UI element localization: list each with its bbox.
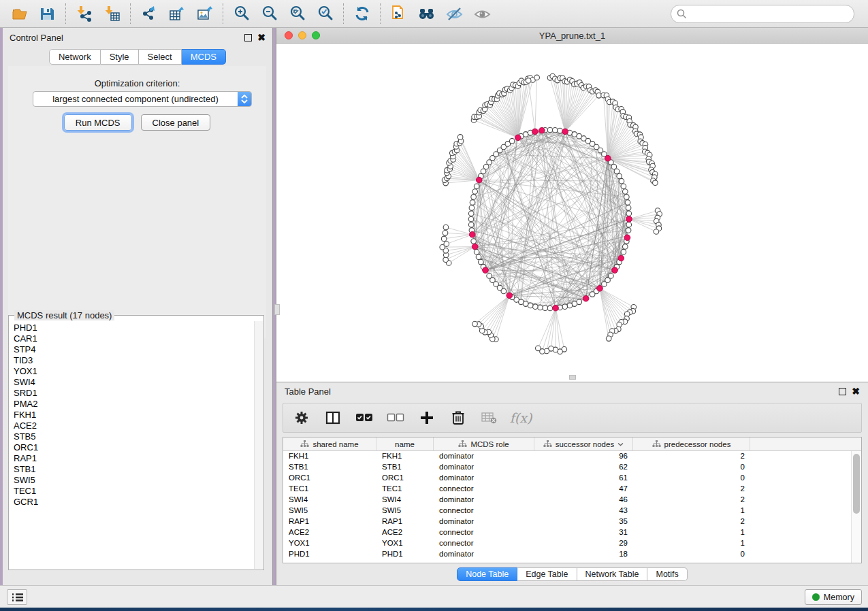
cell-successor-nodes: 43 [534, 506, 633, 516]
mcds-result-item[interactable]: PMA2 [14, 399, 254, 410]
cell-mcds-role: connector [434, 527, 534, 538]
network-window-titlebar[interactable]: YPA_prune.txt_1 [276, 28, 868, 44]
node-table-scrollbar[interactable] [851, 451, 861, 563]
create-column-plus-icon[interactable] [418, 409, 436, 427]
export-table-icon[interactable] [167, 5, 186, 23]
table-row[interactable]: RAP1RAP1dominator352 [283, 516, 851, 527]
unselect-all-icon[interactable] [387, 409, 404, 427]
status-bar: Memory [0, 585, 868, 608]
tab-motifs[interactable]: Motifs [647, 567, 687, 581]
mcds-result-item[interactable]: TID3 [14, 355, 254, 366]
network-window-title: YPA_prune.txt_1 [276, 31, 868, 41]
open-session-icon[interactable] [10, 5, 29, 23]
mcds-result-item[interactable]: YOX1 [14, 366, 254, 377]
table-row[interactable]: FKH1FKH1dominator962 [283, 451, 851, 462]
table-panel: Table Panel ✖ [276, 382, 868, 585]
optimization-criterion-select[interactable]: largest connected component (undirected) [33, 91, 252, 107]
export-network-icon[interactable] [140, 5, 158, 23]
refresh-icon[interactable] [353, 5, 371, 23]
column-header-name[interactable]: name [376, 437, 434, 450]
cell-shared-name: ACE2 [283, 527, 376, 538]
close-table-panel-icon[interactable]: ✖ [852, 388, 860, 395]
table-settings-gear-icon[interactable] [293, 409, 310, 427]
table-row[interactable]: TEC1TEC1connector472 [283, 484, 851, 495]
vertical-splitter-grip[interactable] [274, 304, 280, 315]
mcds-result-item[interactable]: ACE2 [14, 420, 254, 431]
delete-column-trash-icon[interactable] [449, 409, 467, 427]
mcds-result-item[interactable]: SWI4 [14, 377, 254, 388]
table-row[interactable]: ORC1ORC1dominator610 [283, 473, 851, 484]
network-document-icon[interactable] [389, 5, 408, 23]
table-row[interactable]: ACE2ACE2connector311 [283, 527, 851, 538]
control-panel-tabs: NetworkStyleSelectMCDS [49, 49, 226, 65]
select-all-icon[interactable] [355, 409, 373, 427]
tab-style[interactable]: Style [101, 49, 139, 65]
cell-mcds-role: dominator [434, 473, 534, 484]
mcds-result-item[interactable]: STB1 [14, 464, 254, 475]
close-panel-button[interactable]: Close panel [141, 114, 211, 131]
mcds-result-item[interactable]: SWI5 [14, 475, 254, 486]
mcds-result-item[interactable]: STB5 [14, 431, 254, 442]
column-header-shared-name[interactable]: shared name [283, 437, 376, 450]
cell-successor-nodes: 31 [534, 527, 633, 538]
mcds-result-scrollbar[interactable] [254, 321, 263, 569]
mcds-result-item[interactable]: CAR1 [14, 333, 254, 344]
network-canvas[interactable] [276, 44, 868, 381]
zoom-fit-icon[interactable] [288, 5, 306, 23]
toolbar-separator [65, 3, 66, 24]
table-row[interactable]: YOX1YOX1connector291 [283, 538, 851, 549]
zoom-out-icon[interactable] [260, 5, 278, 23]
hide-selected-icon[interactable] [445, 5, 464, 23]
mcds-result-item[interactable]: GCR1 [14, 497, 254, 508]
toolbar-separator [343, 3, 344, 24]
import-table-icon[interactable] [103, 5, 121, 23]
network-graph[interactable] [276, 44, 867, 381]
float-panel-icon[interactable] [244, 34, 252, 42]
float-table-panel-icon[interactable] [839, 388, 846, 395]
horizontal-splitter-grip[interactable] [569, 375, 576, 380]
cell-predecessor-nodes: 1 [633, 506, 750, 516]
show-column-panel-icon[interactable] [324, 409, 342, 427]
control-panel-header: Control Panel ✖ [3, 28, 272, 48]
column-header-predecessor-nodes[interactable]: predecessor nodes [633, 437, 750, 450]
tab-mcds[interactable]: MCDS [182, 49, 226, 65]
zoom-selected-icon[interactable] [316, 5, 334, 23]
table-row[interactable]: SWI5SWI5connector431 [283, 506, 851, 516]
show-all-icon[interactable] [473, 5, 492, 23]
run-mcds-button[interactable]: Run MCDS [64, 114, 132, 131]
search-input[interactable] [671, 5, 854, 23]
tab-node-table[interactable]: Node Table [457, 567, 517, 581]
column-header-mcds-role[interactable]: MCDS role [434, 437, 534, 450]
export-image-icon[interactable] [195, 5, 214, 23]
mcds-result-item[interactable]: STP4 [14, 344, 254, 355]
table-row[interactable]: PHD1PHD1dominator180 [283, 549, 851, 560]
memory-button[interactable]: Memory [805, 589, 862, 605]
tab-network[interactable]: Network [49, 49, 101, 65]
column-tree-icon [458, 440, 467, 448]
table-row[interactable]: STB1STB1dominator620 [283, 462, 851, 473]
scrollbar-thumb[interactable] [853, 454, 860, 514]
mcds-result-item[interactable]: ORC1 [14, 442, 254, 453]
save-session-icon[interactable] [38, 5, 57, 23]
mcds-result-item[interactable]: FKH1 [14, 410, 254, 420]
tab-select[interactable]: Select [139, 49, 182, 65]
mcds-result-item[interactable]: RAP1 [14, 453, 254, 464]
close-panel-icon[interactable]: ✖ [257, 34, 266, 42]
mcds-result-item[interactable]: PHD1 [14, 323, 254, 333]
table-row[interactable]: SWI4SWI4dominator462 [283, 495, 851, 506]
cell-mcds-role: dominator [434, 451, 534, 462]
tab-network-table[interactable]: Network Table [577, 567, 648, 581]
cell-mcds-role: connector [434, 484, 534, 495]
cell-successor-nodes: 96 [534, 451, 633, 462]
task-history-icon[interactable] [7, 589, 27, 605]
cell-successor-nodes: 18 [534, 549, 633, 560]
zoom-in-icon[interactable] [232, 5, 251, 23]
mcds-result-item[interactable]: SRD1 [14, 388, 254, 399]
column-header-successor-nodes[interactable]: successor nodes [534, 437, 633, 450]
node-table: shared namenameMCDS rolesuccessor nodesp… [283, 437, 862, 563]
import-network-icon[interactable] [75, 5, 93, 23]
tab-edge-table[interactable]: Edge Table [517, 567, 577, 581]
mcds-result-item[interactable]: TEC1 [14, 486, 254, 497]
toolbar-separator [380, 3, 381, 24]
search-network-icon[interactable] [417, 5, 436, 23]
